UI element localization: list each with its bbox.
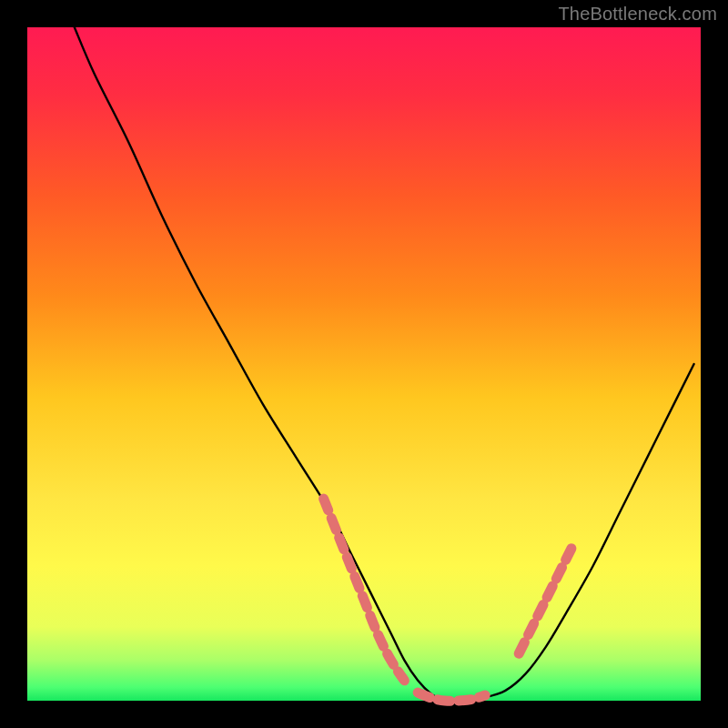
bottleneck-chart <box>0 0 728 728</box>
watermark-text: TheBottleneck.com <box>558 4 717 25</box>
chart-container: TheBottleneck.com <box>0 0 728 728</box>
